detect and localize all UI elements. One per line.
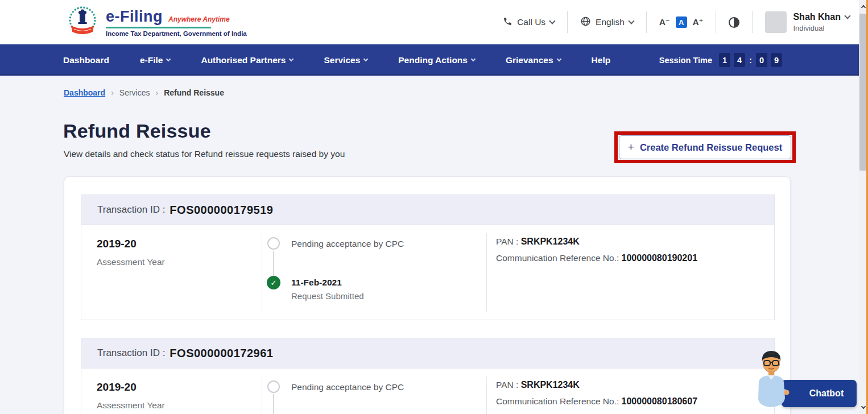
session-digit: 0: [756, 53, 767, 67]
nav-label: Help: [592, 55, 611, 65]
refund-requests-panel: Transaction ID : FOS000000179519 2019-20…: [64, 176, 791, 414]
nav-services[interactable]: Services: [324, 55, 367, 65]
call-us-label: Call Us: [517, 17, 545, 27]
submitted-status-text: Request Submitted: [291, 291, 364, 301]
globe-icon: [580, 16, 591, 29]
font-decrease-button[interactable]: A⁻: [659, 17, 670, 27]
column-divider: [262, 376, 262, 414]
transaction-header: Transaction ID : FOS000000172961: [81, 338, 774, 369]
chevron-down-icon: [289, 57, 294, 61]
column-divider: [262, 233, 262, 312]
nav-label: e-File: [140, 55, 163, 65]
breadcrumb-separator: ›: [111, 88, 114, 97]
chevron-down-icon: [363, 57, 368, 61]
phone-icon: [503, 16, 512, 28]
chatbot-button[interactable]: Chatbot: [782, 380, 857, 407]
transaction-header: Transaction ID : FOS000000179519: [81, 195, 774, 225]
language-menu[interactable]: English: [580, 16, 634, 29]
nav-label: Authorised Partners: [201, 55, 286, 65]
transaction-body: 2019-20 Assessment Year Pending acceptan…: [81, 369, 774, 414]
comm-ref-row: Communication Reference No.: 10000008019…: [496, 253, 697, 263]
assessment-year-value: 2019-20: [97, 381, 137, 394]
page-title: Refund Reissue: [63, 120, 211, 142]
divider: [716, 11, 716, 33]
nav-help[interactable]: Help: [592, 55, 611, 65]
main-navbar: Dashboard e-File Authorised Partners Ser…: [0, 44, 859, 76]
pending-status-text: Pending acceptance by CPC: [291, 239, 404, 249]
create-button-label: Create Refund Reissue Request: [640, 142, 782, 153]
transaction-body: 2019-20 Assessment Year Pending acceptan…: [81, 225, 774, 320]
column-divider: [486, 376, 487, 414]
comm-ref-value: 100000080190201: [622, 253, 697, 263]
chatbot-mascot: [754, 349, 790, 411]
pan-value: SRKPK1234K: [521, 380, 580, 390]
comm-ref-value: 100000080180607: [622, 396, 697, 406]
completed-step-check-icon: ✓: [267, 276, 280, 289]
chevron-up-icon: [861, 5, 866, 10]
nav-label: Services: [324, 55, 360, 65]
breadcrumb-dashboard[interactable]: Dashboard: [64, 88, 105, 97]
pan-label: PAN :: [496, 380, 518, 390]
session-digit: 9: [771, 53, 782, 67]
transaction-card: Transaction ID : FOS000000179519 2019-20…: [81, 194, 775, 320]
top-header: e-Filing Anywhere Anytime Income Tax Dep…: [0, 0, 859, 44]
timeline-connector: [273, 251, 274, 276]
income-tax-emblem-icon: [67, 5, 98, 39]
pan-row: PAN : SRKPK1234K: [496, 237, 580, 247]
language-label: English: [596, 17, 625, 27]
chevron-down-icon: [861, 404, 866, 409]
nav-pending-actions[interactable]: Pending Actions: [398, 55, 475, 65]
nav-label: Pending Actions: [398, 55, 468, 65]
breadcrumb-separator: ›: [155, 88, 158, 97]
nav-authorised-partners[interactable]: Authorised Partners: [201, 55, 293, 65]
comm-ref-row: Communication Reference No.: 10000008018…: [496, 396, 697, 407]
breadcrumb: Dashboard › Services › Refund Reissue: [64, 88, 224, 97]
chatbot-label: Chatbot: [809, 388, 844, 399]
efiling-logo[interactable]: e-Filing Anywhere Anytime Income Tax Dep…: [67, 5, 247, 39]
divider: [567, 11, 568, 33]
pending-step-icon: [267, 237, 280, 250]
session-digit: 4: [734, 53, 745, 67]
pending-step-icon: [267, 380, 280, 393]
session-colon: :: [749, 55, 752, 65]
assessment-year-label: Assessment Year: [97, 257, 165, 267]
pan-row: PAN : SRKPK1234K: [496, 380, 580, 390]
call-us-menu[interactable]: Call Us: [503, 16, 555, 28]
pan-label: PAN :: [496, 237, 518, 246]
pending-status-text: Pending acceptance by CPC: [291, 382, 404, 392]
chevron-down-icon: [628, 18, 634, 24]
column-divider: [486, 233, 487, 312]
divider: [646, 11, 647, 33]
breadcrumb-current: Refund Reissue: [164, 88, 224, 97]
font-default-button[interactable]: A: [676, 16, 687, 28]
nav-e-file[interactable]: e-File: [140, 55, 170, 65]
transaction-card: Transaction ID : FOS000000172961 2019-20…: [81, 338, 775, 414]
submitted-date: 11-Feb-2021: [291, 278, 342, 288]
pan-value: SRKPK1234K: [521, 237, 580, 246]
nav-label: Grievances: [506, 55, 553, 65]
session-digit: 1: [719, 53, 730, 67]
avatar: [765, 11, 787, 33]
logo-text: e-Filing Anywhere Anytime Income Tax Dep…: [106, 8, 247, 37]
comm-ref-label: Communication Reference No.:: [496, 253, 619, 263]
chevron-down-icon: [556, 57, 561, 61]
user-role: Individual: [793, 24, 850, 32]
timeline-connector: [273, 394, 274, 414]
chevron-down-icon: [549, 18, 555, 24]
page-subtitle: View details and check status for Refund…: [64, 149, 345, 159]
chevron-down-icon: [844, 13, 850, 19]
nav-grievances[interactable]: Grievances: [506, 55, 561, 65]
brand-tagline: Anywhere Anytime: [168, 15, 230, 23]
transaction-id-value: FOS000000172961: [170, 347, 273, 360]
page-content: Dashboard › Services › Refund Reissue Re…: [0, 76, 859, 414]
breadcrumb-services[interactable]: Services: [119, 88, 150, 97]
divider: [752, 11, 753, 33]
logo-divider: [106, 27, 211, 28]
create-refund-reissue-request-button[interactable]: + Create Refund Reissue Request: [619, 135, 791, 159]
assessment-year-label: Assessment Year: [97, 400, 165, 411]
user-name: Shah Khan: [793, 12, 841, 22]
user-menu[interactable]: Shah Khan Individual: [765, 11, 850, 33]
nav-dashboard[interactable]: Dashboard: [63, 55, 109, 65]
font-increase-button[interactable]: A⁺: [693, 17, 704, 27]
contrast-toggle-icon[interactable]: [729, 17, 739, 28]
